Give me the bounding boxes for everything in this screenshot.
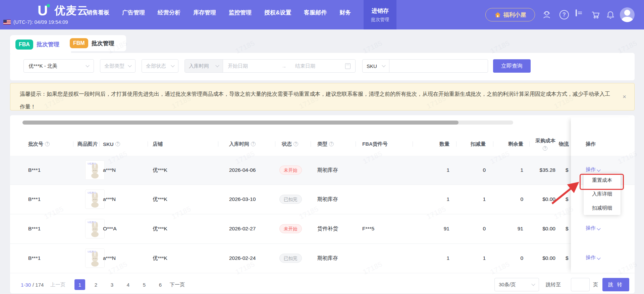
logistics-cost: $ (566, 255, 569, 261)
batch-table-card: 批次号 商品图片 SKU 店铺 入库时间 状态 类型 FBA货件号 数量 扣减量… (10, 115, 635, 293)
quantity: 1 (446, 167, 449, 173)
status-select[interactable]: 全部状态 (142, 59, 178, 73)
timezone-row: (UTC-7): 04/09 19:54:09 (3, 19, 68, 25)
action-dropdown-menu: 重置成本 入库详细 扣减明细 (584, 173, 621, 215)
product-image: U优麦云 (85, 190, 105, 209)
info-icon[interactable] (293, 142, 298, 146)
sku-field-select[interactable]: SKU (363, 60, 389, 72)
row-action-dropdown[interactable]: 操作 (586, 166, 600, 173)
nav-item-purchase-sales-inventory-active[interactable]: 进销存 批次管理 (364, 0, 396, 29)
nav-item-business-analysis[interactable]: 经营分析 (158, 9, 180, 21)
time-field-select[interactable]: 入库时间 (185, 60, 223, 72)
svg-text:U优麦云: U优麦云 (88, 250, 96, 253)
welfare-house-button[interactable]: 福利小屋 (485, 8, 535, 21)
page-number-3[interactable]: 3 (107, 277, 117, 292)
status-badge: 已扣完 (279, 195, 302, 204)
sku-value: a***N (103, 167, 116, 173)
fbm-badge: FBM (70, 38, 88, 48)
brand-logo[interactable]: U 优麦云 (38, 2, 89, 19)
quantity: 1 (446, 196, 449, 202)
col-status: 状态 (282, 132, 298, 156)
col-type: 类型 (317, 132, 334, 156)
shop-select[interactable]: 优***K - 北美 (23, 59, 94, 73)
svg-text:U优麦云: U优麦云 (88, 192, 96, 194)
col-purchase-cost: 采购成本 (535, 137, 555, 151)
page-number-4[interactable]: 4 (123, 277, 133, 292)
batch-no: B***1 (28, 226, 41, 232)
info-icon[interactable] (45, 142, 50, 146)
svg-text:U优麦云: U优麦云 (88, 162, 96, 165)
nav-subitem-batch-management[interactable]: 批次管理 (371, 17, 389, 23)
sku-search-input[interactable] (389, 60, 488, 72)
nav-item-ad-management[interactable]: 广告管理 (122, 9, 145, 21)
nav-item-auth-settings[interactable]: 授权&设置 (264, 9, 291, 21)
page-number-6[interactable]: 6 (155, 277, 166, 292)
top-navbar: U 优麦云 (UTC-7): 04/09 19:54:09 销售看板 广告管理 … (0, 0, 644, 29)
scrollbar-thumb[interactable] (22, 121, 459, 125)
batch-management-page: U 优麦云 (UTC-7): 04/09 19:54:09 销售看板 广告管理 … (0, 0, 644, 294)
nav-item-monitor-management[interactable]: 监控管理 (229, 9, 252, 21)
user-avatar[interactable] (620, 7, 635, 22)
page-size-select[interactable]: 30条/页 (494, 278, 539, 291)
tab-fba-batch-management[interactable]: FBA 批次管理 (10, 35, 71, 54)
house-icon (494, 11, 501, 18)
nav-item-service-email[interactable]: 客服邮件 (304, 9, 327, 21)
type-value: 期初库存 (317, 196, 338, 203)
info-icon[interactable] (251, 142, 256, 146)
table-header: 批次号 商品图片 SKU 店铺 入库时间 状态 类型 FBA货件号 数量 扣减量… (10, 132, 635, 156)
cart-icon[interactable] (591, 10, 600, 19)
calendar-icon[interactable] (345, 63, 351, 69)
us-flag-icon (3, 20, 11, 24)
col-deduction: 扣减量 (471, 132, 486, 156)
chevron-down-icon (531, 282, 535, 286)
info-icon[interactable] (329, 142, 334, 146)
col-quantity: 数量 (439, 132, 449, 156)
col-logistics: 物流 (559, 132, 569, 156)
help-icon[interactable] (559, 10, 569, 19)
page-number-1[interactable]: 1 (74, 279, 85, 290)
row-action-dropdown[interactable]: 操作 (586, 254, 600, 261)
prev-page-button[interactable]: 上一页 (50, 277, 65, 292)
info-icon[interactable] (543, 146, 547, 151)
nav-item-finance[interactable]: 财务 (339, 9, 351, 21)
fba-shipment-no: F***5 (362, 226, 374, 232)
col-product-image: 商品图片 (77, 132, 98, 156)
menu-item-reset-cost[interactable]: 重置成本 (584, 173, 621, 187)
type-value: 期初库存 (317, 167, 338, 174)
tab-fbm-batch-management[interactable]: FBM 批次管理 (64, 35, 126, 51)
col-action: 操作 (586, 132, 596, 156)
jump-page-input[interactable] (571, 278, 589, 291)
type-select[interactable]: 全部类型 (100, 59, 136, 73)
page-number-5[interactable]: 5 (139, 277, 150, 292)
nav-item-sales-board[interactable]: 销售看板 (87, 9, 109, 21)
info-icon[interactable] (115, 142, 120, 146)
chevron-down-icon (128, 63, 131, 67)
close-icon[interactable]: × (623, 93, 626, 100)
notice-text: 温馨提示：如果您是授权一段时间后，才打算使用先进先出，通过批次来管理商品成本，导… (20, 88, 610, 113)
date-range-group: 入库时间 开始日期 → 结束日期 (184, 59, 356, 73)
customer-service-icon[interactable] (542, 10, 551, 19)
end-date-placeholder: 结束日期 (295, 63, 315, 69)
next-page-button[interactable]: 下一页 (170, 277, 185, 292)
table-row: B***1 U优麦云 a***N 优***K 2026-04-06 未开始 期初… (10, 156, 635, 185)
horizontal-scrollbar[interactable] (22, 121, 513, 125)
page-number-2[interactable]: 2 (91, 277, 101, 292)
shop-value: 优***K (153, 255, 167, 262)
query-button[interactable]: 立即查询 (493, 59, 531, 73)
nav-item-inventory-management[interactable]: 库存管理 (193, 9, 216, 21)
jump-go-button[interactable]: 跳 转 (602, 278, 629, 291)
range-arrow: → (281, 63, 286, 69)
date-range-input[interactable]: 开始日期 → 结束日期 (223, 63, 355, 69)
row-action-dropdown[interactable]: 操作 (586, 225, 600, 231)
type-value: 期初库存 (317, 255, 338, 262)
menu-item-deduction-detail[interactable]: 扣减明细 (584, 201, 621, 215)
logistics-cost: $ (566, 167, 569, 173)
menu-item-inbound-detail[interactable]: 入库详细 (584, 187, 621, 201)
col-inbound-time: 入库时间 (229, 132, 256, 156)
feedback-message-icon[interactable] (576, 9, 577, 16)
bell-icon[interactable] (606, 10, 615, 19)
shop-value: 优***K (153, 196, 167, 203)
remaining: 91 (518, 226, 523, 232)
chevron-down-icon (215, 63, 219, 67)
purchase-cost: $35.28 (540, 167, 555, 173)
